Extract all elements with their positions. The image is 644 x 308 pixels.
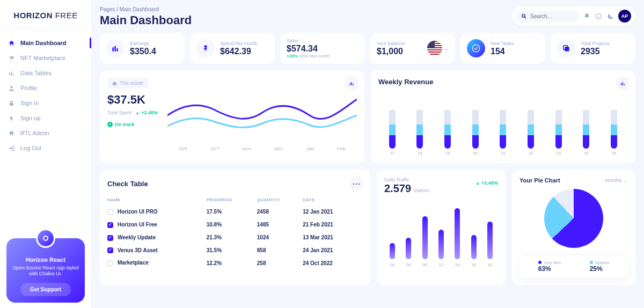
check-table-card: Check Table ⋯ NAMEPROGRESSQUANTITYDATE H… [100,170,370,285]
stat-total-projects: Total Projects2935 [551,33,635,64]
weekly-revenue-title: Weekly Revenue [378,78,628,86]
chevron-down-icon[interactable]: ⌄ [444,46,449,52]
total-spent-delta: +2.45% [141,110,158,115]
period-filter[interactable]: This month [107,78,149,89]
header-tools: AP [513,6,635,26]
sidebar-item-nft-marketplace[interactable]: NFT Marketplace [0,50,91,65]
svg-rect-15 [565,47,569,51]
table-header: PROGRESS [207,194,257,206]
daily-traffic-label: Daily Traffic [384,177,429,182]
bar [471,235,477,259]
sidebar-item-data-tables[interactable]: Data Tables [0,65,91,80]
axis-label: 24 [584,151,589,156]
stat-earnings: Earnings$350.4 [100,33,185,64]
bell-icon[interactable] [583,12,590,20]
stat-label: Your balance [377,41,405,46]
bar: 22 [528,100,534,156]
sidebar-item-log-out[interactable]: Log Out [0,141,91,156]
svg-rect-17 [113,82,116,85]
axis-label: 04 [406,262,411,267]
checkbox[interactable] [107,222,113,228]
avatar[interactable]: AP [618,10,631,23]
stat-value: $350.4 [130,47,156,56]
axis-label: 23 [556,151,561,156]
sidebar-item-label: Sign up [20,115,40,121]
chart-icon-button[interactable] [616,77,629,90]
legend-sys-label: System [595,260,610,265]
svg-point-3 [10,86,12,88]
axis-label: 14 [455,262,460,267]
status-text: On track [115,122,135,127]
checkbox[interactable] [107,260,113,266]
axis-label: 19 [445,151,450,156]
checkbox[interactable] [107,247,113,253]
sidebar-item-sign-up[interactable]: Sign up [0,111,91,126]
axis-label: JAN [306,146,314,151]
bar: 25 [611,100,617,156]
svg-rect-11 [113,48,114,52]
chart-icon-button[interactable] [345,77,358,90]
info-icon[interactable] [595,12,602,20]
sidebar-item-sign-in[interactable]: Sign In [0,96,91,111]
sidebar-item-main-dashboard[interactable]: Main Dashboard [0,35,91,50]
stat-value: 2935 [581,47,610,56]
sidebar-item-profile[interactable]: Profile [0,80,91,96]
get-support-button[interactable]: Get Support [20,283,71,296]
axis-label: 20 [473,151,478,156]
user-icon [8,84,15,92]
checkbox[interactable] [107,209,113,215]
axis-label: OCT [210,146,219,151]
sidebar-item-rtl-admin[interactable]: RTL Admin [0,126,91,141]
daily-traffic-unit: Visitors [414,188,429,193]
checkbox[interactable] [107,235,113,241]
bars-icon [8,69,15,77]
bar [455,208,460,259]
home-icon [8,129,15,137]
table-row: Venus 3D Asset31.5%85824 Jan 2021 [107,244,363,257]
more-button[interactable]: ⋯ [350,177,363,190]
bar: 23 [555,100,562,156]
stat-value: $642.39 [220,47,258,56]
axis-label: 25 [612,151,617,156]
axis-label: 21 [501,151,506,156]
check-table: NAMEPROGRESSQUANTITYDATE Horizon UI PRO1… [107,194,363,269]
page-title: Main Dashboard [100,13,192,27]
stat-new-tasks: New Tasks154 [460,33,545,64]
table-row: Horizon UI Free10.8%148521 Feb 2021 [107,218,363,231]
search-box[interactable] [516,11,579,22]
total-spent-label: Total Spent [107,110,131,115]
table-header: DATE [303,194,363,206]
svg-rect-21 [353,83,353,85]
main: Pages / Main Dashboard Main Dashboard AP… [91,0,644,308]
svg-rect-22 [620,83,621,85]
axis-label: FEB [337,146,346,151]
bar [406,238,411,259]
pie-period-select[interactable]: Monthly⌄ [605,178,628,183]
check-table-title: Check Table [107,180,148,188]
home-icon [8,39,15,47]
svg-rect-23 [622,82,623,85]
sidebar: HORIZON FREE Main DashboardNFT Marketpla… [0,0,91,308]
bar: 24 [583,100,589,156]
table-header: QUANTITY [257,194,303,206]
moon-icon[interactable] [606,12,614,20]
sidebar-item-label: RTL Admin [20,130,49,136]
table-header: NAME [107,194,207,206]
stat-label: Total Projects [581,41,610,46]
check-circle-icon: ✓ [107,122,113,127]
stat-label: Spend this month [220,41,258,46]
legend-files-pct: 63% [538,265,561,273]
axis-label: 08 [422,262,427,267]
bar: 17 [389,100,396,156]
legend-sys-pct: 25% [590,265,610,273]
legend-files-label: Your files [544,260,561,265]
search-input[interactable] [530,13,573,19]
bar [438,230,444,259]
dollar-icon [196,39,215,57]
pie-chart-card: Your Pie Chart Monthly⌄ Your files63% Sy… [512,170,635,285]
breadcrumb[interactable]: Pages / Main Dashboard [100,6,192,12]
search-icon [521,13,527,19]
axis-label: DEC [274,146,283,151]
svg-rect-1 [11,71,12,76]
promo-card: Horizon React Open-Source React App styl… [6,238,85,303]
